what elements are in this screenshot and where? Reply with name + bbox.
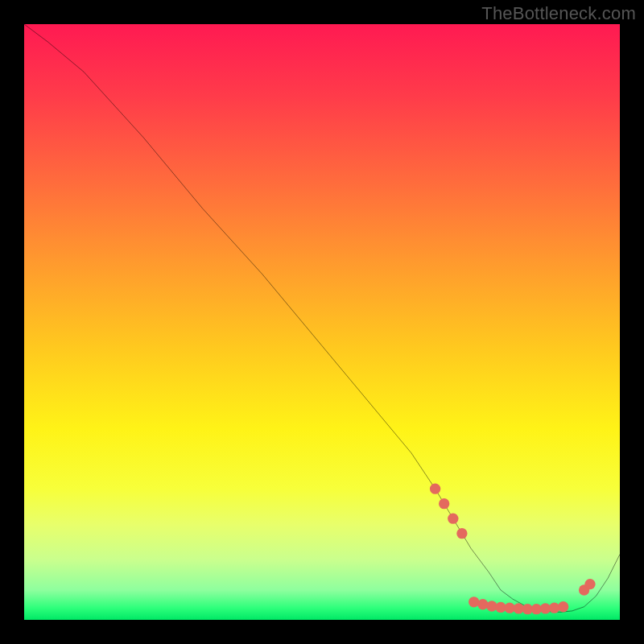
curve-markers [430, 484, 596, 615]
watermark-text: TheBottleneck.com [481, 3, 636, 24]
marker-dot [584, 579, 595, 589]
plot-area [24, 24, 620, 620]
chart-frame: TheBottleneck.com [0, 0, 644, 644]
marker-dot [430, 484, 440, 494]
marker-dot [448, 514, 458, 524]
bottleneck-curve [24, 24, 620, 612]
marker-dot [456, 528, 467, 539]
curve-layer [24, 24, 620, 620]
marker-dot [558, 601, 568, 612]
marker-dot [477, 599, 488, 609]
marker-dot [439, 498, 449, 509]
